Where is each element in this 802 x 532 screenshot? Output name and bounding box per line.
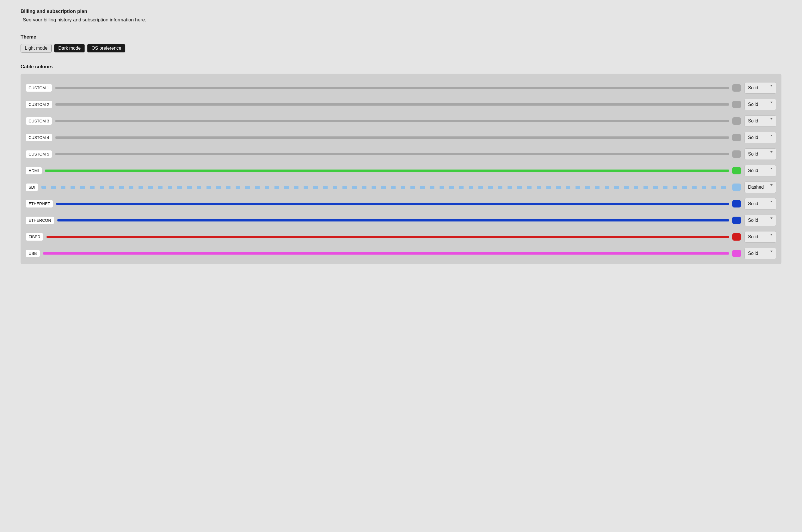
cable-style-value: Solid: [748, 234, 758, 240]
chevron-down-icon: [770, 168, 772, 169]
cable-line-preview: [41, 186, 729, 189]
cable-color-swatch[interactable]: [732, 216, 741, 224]
cable-line: [47, 236, 729, 238]
cable-row: ETHERNETSolid: [26, 198, 776, 209]
cable-line-preview: [55, 153, 729, 155]
cable-line: [55, 87, 729, 89]
cable-style-select[interactable]: Solid: [744, 132, 776, 143]
theme-button-group: Light mode Dark mode OS preference: [21, 44, 781, 53]
chevron-down-icon: [770, 135, 772, 136]
subscription-info-link[interactable]: subscription information here: [83, 17, 145, 22]
cable-style-value: Solid: [748, 168, 758, 173]
cable-style-value: Solid: [748, 118, 758, 124]
cable-color-swatch[interactable]: [732, 250, 741, 257]
cable-label: CUSTOM 1: [26, 84, 52, 92]
cable-style-select[interactable]: Solid: [744, 215, 776, 226]
chevron-down-icon: [770, 234, 772, 235]
cable-line: [55, 136, 729, 139]
cable-label: ETHERCON: [26, 216, 54, 224]
cable-line: [45, 170, 729, 172]
cable-style-value: Solid: [748, 201, 758, 206]
cable-colours-title: Cable colours: [21, 64, 781, 70]
cable-style-select[interactable]: Solid: [744, 198, 776, 209]
cable-line: [57, 219, 729, 222]
cable-line: [41, 186, 729, 189]
cable-style-value: Solid: [748, 152, 758, 157]
cable-style-value: Solid: [748, 218, 758, 223]
cable-style-value: Solid: [748, 86, 758, 91]
cable-style-select[interactable]: Solid: [744, 231, 776, 243]
cable-label: CUSTOM 2: [26, 101, 52, 108]
cable-line-preview: [43, 252, 729, 254]
cable-label: CUSTOM 5: [26, 150, 52, 158]
chevron-down-icon: [770, 201, 772, 202]
cable-label: CUSTOM 3: [26, 117, 52, 125]
cable-label: HDMI: [26, 167, 42, 174]
cable-line: [55, 120, 729, 122]
chevron-down-icon: [770, 217, 772, 219]
cable-color-swatch[interactable]: [732, 200, 741, 208]
cable-line: [55, 153, 729, 155]
cable-line: [55, 103, 729, 106]
cable-line-preview: [55, 87, 729, 89]
cable-style-select[interactable]: Solid: [744, 148, 776, 160]
cable-line-preview: [55, 103, 729, 106]
cable-style-value: Solid: [748, 102, 758, 107]
cable-row: ETHERCONSolid: [26, 215, 776, 226]
cable-colours-section: Cable colours CUSTOM 1SolidCUSTOM 2Solid…: [21, 64, 781, 264]
cable-line: [43, 252, 729, 254]
cable-color-swatch[interactable]: [732, 84, 741, 92]
cable-style-select[interactable]: Solid: [744, 82, 776, 94]
cable-row: CUSTOM 3Solid: [26, 115, 776, 127]
cable-color-swatch[interactable]: [732, 233, 741, 241]
cable-style-select[interactable]: Solid: [744, 115, 776, 127]
cable-row: SDIDashed: [26, 182, 776, 193]
cable-color-swatch[interactable]: [732, 167, 741, 174]
theme-section: Theme Light mode Dark mode OS preference: [21, 34, 781, 53]
billing-text: See your billing history and subscriptio…: [21, 17, 781, 23]
cable-label: USB: [26, 250, 40, 257]
cable-line-preview: [45, 170, 729, 172]
cable-style-value: Solid: [748, 135, 758, 140]
cable-row: USBSolid: [26, 248, 776, 259]
billing-section: Billing and subscription plan See your b…: [21, 8, 781, 23]
cable-style-select[interactable]: Solid: [744, 165, 776, 176]
cable-label: FIBER: [26, 233, 43, 241]
cable-row: CUSTOM 2Solid: [26, 99, 776, 110]
cable-label: SDI: [26, 184, 38, 191]
cable-line-preview: [55, 120, 729, 122]
billing-text-prefix: See your billing history and: [23, 17, 83, 22]
chevron-down-icon: [770, 184, 772, 186]
chevron-down-icon: [770, 251, 772, 252]
theme-light-button[interactable]: Light mode: [21, 44, 52, 53]
theme-os-button[interactable]: OS preference: [87, 44, 125, 53]
cable-color-swatch[interactable]: [732, 117, 741, 125]
chevron-down-icon: [770, 101, 772, 103]
cable-color-swatch[interactable]: [732, 134, 741, 141]
cable-label: CUSTOM 4: [26, 134, 52, 141]
chevron-down-icon: [770, 151, 772, 153]
cable-color-swatch[interactable]: [732, 101, 741, 108]
theme-dark-button[interactable]: Dark mode: [54, 44, 85, 53]
cable-colours-panel: CUSTOM 1SolidCUSTOM 2SolidCUSTOM 3SolidC…: [21, 74, 781, 264]
cable-color-swatch[interactable]: [732, 184, 741, 191]
billing-title: Billing and subscription plan: [21, 8, 781, 14]
chevron-down-icon: [770, 85, 772, 87]
cable-style-select[interactable]: Solid: [744, 248, 776, 259]
cable-line-preview: [56, 203, 729, 205]
cable-row: CUSTOM 1Solid: [26, 82, 776, 94]
cable-style-select[interactable]: Dashed: [744, 182, 776, 193]
billing-text-suffix: .: [145, 17, 146, 22]
cable-row: FIBERSolid: [26, 231, 776, 243]
cable-line-preview: [55, 136, 729, 139]
cable-row: HDMISolid: [26, 165, 776, 176]
cable-style-select[interactable]: Solid: [744, 99, 776, 110]
cable-label: ETHERNET: [26, 200, 53, 208]
cable-line: [56, 203, 729, 205]
cable-style-value: Dashed: [748, 185, 764, 190]
cable-row: CUSTOM 5Solid: [26, 148, 776, 160]
theme-title: Theme: [21, 34, 781, 40]
cable-style-value: Solid: [748, 251, 758, 256]
chevron-down-icon: [770, 118, 772, 119]
cable-color-swatch[interactable]: [732, 150, 741, 158]
